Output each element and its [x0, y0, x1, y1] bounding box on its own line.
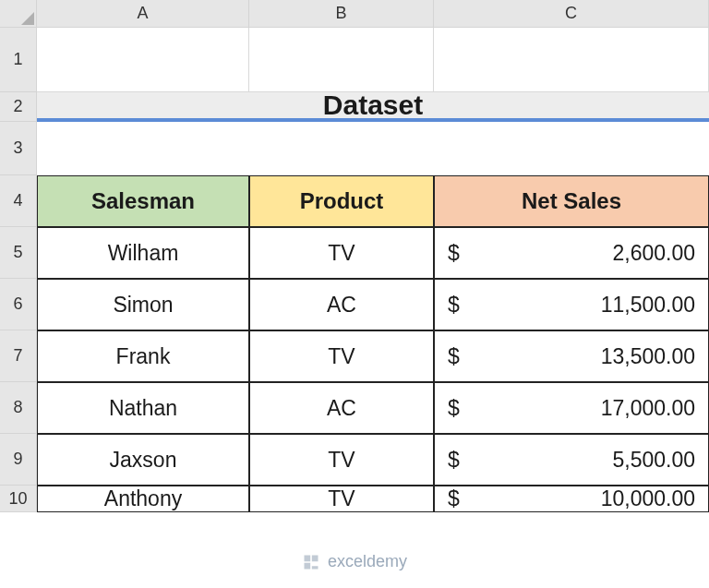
- currency-amount: 5,500.00: [466, 448, 695, 473]
- cell-net-sales[interactable]: $17,000.00: [434, 382, 709, 434]
- cell-product[interactable]: TV: [249, 330, 434, 382]
- cell-salesman[interactable]: Jaxson: [37, 434, 249, 486]
- row-header-6[interactable]: 6: [0, 279, 37, 330]
- currency-amount: 10,000.00: [466, 486, 695, 511]
- logo-icon: [302, 553, 320, 571]
- watermark-text: exceldemy: [328, 552, 407, 571]
- row-header-10[interactable]: 10: [0, 486, 37, 512]
- currency-amount: 2,600.00: [466, 241, 695, 266]
- header-product[interactable]: Product: [249, 175, 434, 227]
- col-header-b[interactable]: B: [249, 0, 434, 28]
- cell-product[interactable]: TV: [249, 486, 434, 512]
- cell-net-sales[interactable]: $5,500.00: [434, 434, 709, 486]
- spreadsheet-grid: A B C 1 2 Dataset 3 4 Salesman Product N…: [0, 0, 709, 512]
- cell-net-sales[interactable]: $13,500.00: [434, 330, 709, 382]
- currency-amount: 11,500.00: [466, 293, 695, 318]
- cell-c1[interactable]: [434, 28, 709, 92]
- watermark: exceldemy: [0, 552, 709, 571]
- cell-product[interactable]: AC: [249, 382, 434, 434]
- row-header-2[interactable]: 2: [0, 92, 37, 122]
- currency-symbol: $: [448, 396, 466, 421]
- row-header-3[interactable]: 3: [0, 122, 37, 175]
- cell-salesman[interactable]: Simon: [37, 279, 249, 330]
- row-header-7[interactable]: 7: [0, 330, 37, 382]
- row-header-9[interactable]: 9: [0, 434, 37, 486]
- cell-product[interactable]: TV: [249, 434, 434, 486]
- cell-salesman[interactable]: Anthony: [37, 486, 249, 512]
- cell-product[interactable]: TV: [249, 227, 434, 279]
- cell-product[interactable]: AC: [249, 279, 434, 330]
- cell-salesman[interactable]: Nathan: [37, 382, 249, 434]
- row-header-1[interactable]: 1: [0, 28, 37, 92]
- header-net-sales[interactable]: Net Sales: [434, 175, 709, 227]
- currency-symbol: $: [448, 241, 466, 266]
- cell-a1[interactable]: [37, 28, 249, 92]
- currency-symbol: $: [448, 344, 466, 369]
- row-header-4[interactable]: 4: [0, 175, 37, 227]
- col-header-a[interactable]: A: [37, 0, 249, 28]
- cell-salesman[interactable]: Wilham: [37, 227, 249, 279]
- cell-net-sales[interactable]: $2,600.00: [434, 227, 709, 279]
- cell-net-sales[interactable]: $10,000.00: [434, 486, 709, 512]
- col-header-c[interactable]: C: [434, 0, 709, 28]
- currency-amount: 13,500.00: [466, 344, 695, 369]
- cell-net-sales[interactable]: $11,500.00: [434, 279, 709, 330]
- currency-symbol: $: [448, 486, 466, 511]
- title-cell[interactable]: Dataset: [37, 92, 709, 122]
- cell-b1[interactable]: [249, 28, 434, 92]
- currency-symbol: $: [448, 293, 466, 318]
- currency-symbol: $: [448, 448, 466, 473]
- row-3-blank[interactable]: [37, 122, 709, 175]
- select-all-corner[interactable]: [0, 0, 37, 28]
- row-header-5[interactable]: 5: [0, 227, 37, 279]
- cell-salesman[interactable]: Frank: [37, 330, 249, 382]
- row-header-8[interactable]: 8: [0, 382, 37, 434]
- header-salesman[interactable]: Salesman: [37, 175, 249, 227]
- currency-amount: 17,000.00: [466, 396, 695, 421]
